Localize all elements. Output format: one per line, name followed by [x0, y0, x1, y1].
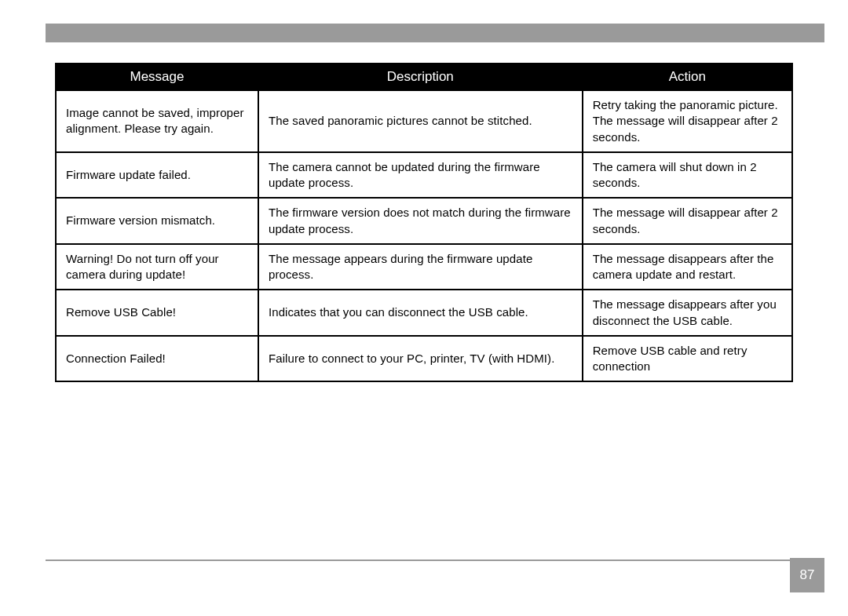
- cell-message: Connection Failed!: [56, 336, 258, 382]
- table-row: Remove USB Cable! Indicates that you can…: [56, 290, 792, 336]
- footer-rule: [46, 560, 824, 561]
- cell-message: Remove USB Cable!: [56, 290, 258, 336]
- table-row: Image cannot be saved, improper alignmen…: [56, 90, 792, 152]
- cell-description: The message appears during the firmware …: [258, 244, 583, 290]
- table-row: Firmware version mismatch. The firmware …: [56, 198, 792, 244]
- cell-message: Firmware version mismatch.: [56, 198, 258, 244]
- table-row: Firmware update failed. The camera canno…: [56, 152, 792, 199]
- cell-action: Remove USB cable and retry connection: [583, 336, 792, 382]
- header-bar: [46, 24, 824, 42]
- cell-message: Image cannot be saved, improper alignmen…: [56, 90, 258, 152]
- cell-description: The firmware version does not match duri…: [258, 198, 583, 244]
- header-action: Action: [583, 64, 792, 90]
- document-page: Message Description Action Image cannot …: [0, 0, 848, 616]
- cell-action: The message will disappear after 2 secon…: [583, 198, 792, 244]
- cell-description: The camera cannot be updated during the …: [258, 152, 583, 199]
- table-header-row: Message Description Action: [56, 64, 792, 90]
- cell-action: Retry taking the panoramic picture. The …: [583, 90, 792, 152]
- header-message: Message: [56, 64, 258, 90]
- content-area: Message Description Action Image cannot …: [55, 63, 793, 382]
- cell-message: Warning! Do not turn off your camera dur…: [56, 244, 258, 290]
- cell-description: Failure to connect to your PC, printer, …: [258, 336, 583, 382]
- cell-action: The camera will shut down in 2 seconds.: [583, 152, 792, 199]
- messages-table: Message Description Action Image cannot …: [55, 63, 793, 382]
- table-row: Warning! Do not turn off your camera dur…: [56, 244, 792, 290]
- table-row: Connection Failed! Failure to connect to…: [56, 336, 792, 382]
- cell-message: Firmware update failed.: [56, 152, 258, 199]
- page-number-badge: 87: [790, 558, 824, 592]
- cell-description: Indicates that you can disconnect the US…: [258, 290, 583, 336]
- cell-description: The saved panoramic pictures cannot be s…: [258, 90, 583, 152]
- header-description: Description: [258, 64, 583, 90]
- cell-action: The message disappears after you disconn…: [583, 290, 792, 336]
- cell-action: The message disappears after the camera …: [583, 244, 792, 290]
